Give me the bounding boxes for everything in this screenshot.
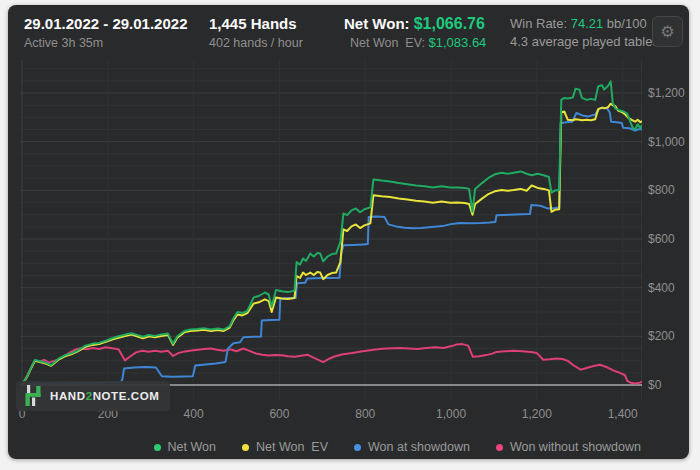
win-rate-row: Win Rate: 74.21 bb/100 xyxy=(510,15,659,33)
x-tick-label: 1,200 xyxy=(507,407,567,421)
x-tick-label: 800 xyxy=(335,407,395,421)
x-tick-label: 1,000 xyxy=(421,407,481,421)
legend-label: Net Won xyxy=(168,440,216,454)
x-tick-label: 400 xyxy=(164,407,224,421)
chart-canvas xyxy=(20,60,642,400)
win-rate-unit: bb/100 xyxy=(603,16,646,31)
active-time: Active 3h 35m xyxy=(24,34,187,52)
legend-item-won-at-showdown[interactable]: Won at showdown xyxy=(354,440,470,454)
legend-label: Won at showdown xyxy=(368,440,470,454)
wm-accent: 2 xyxy=(86,390,93,402)
legend-dot-icon xyxy=(496,444,503,451)
x-tick-label: 1,400 xyxy=(593,407,653,421)
y-tick-label: $600 xyxy=(648,232,675,246)
y-tick-label: $200 xyxy=(648,329,675,343)
series-line-net-won-ev xyxy=(22,104,642,385)
wm-pre: HAND xyxy=(50,390,86,402)
watermark: HAND2NOTE.COM xyxy=(16,381,170,411)
net-won-ev-label: Net Won EV: xyxy=(350,36,429,50)
net-won-block: Net Won: $1,066.76 Net Won EV: $1,083.64 xyxy=(344,14,486,52)
hands-block: 1,445 Hands 402 hands / hour xyxy=(209,14,303,52)
win-rate-value: 74.21 xyxy=(571,16,604,31)
net-won-label: Net Won: xyxy=(344,15,414,32)
session-graph-panel: 29.01.2022 - 29.01.2022 Active 3h 35m 1,… xyxy=(8,5,689,459)
hands-total: 1,445 Hands xyxy=(209,14,303,34)
win-rate-label: Win Rate: xyxy=(510,16,571,31)
legend-dot-icon xyxy=(354,444,361,451)
legend-dot-icon xyxy=(242,444,249,451)
y-tick-label: $1,200 xyxy=(648,86,685,100)
legend-dot-icon xyxy=(154,444,161,451)
y-tick-label: $1,000 xyxy=(648,135,685,149)
settings-button[interactable]: ⚙ xyxy=(652,16,683,47)
date-range-block: 29.01.2022 - 29.01.2022 Active 3h 35m xyxy=(24,14,187,52)
legend-label: Net Won EV xyxy=(256,440,328,454)
legend-item-net-won-ev[interactable]: Net Won EV xyxy=(242,440,328,454)
avg-tables: 4.3 average played tables xyxy=(510,33,659,51)
winnings-chart xyxy=(20,60,642,400)
date-range: 29.01.2022 - 29.01.2022 xyxy=(24,14,187,34)
net-won-row: Net Won: $1,066.76 xyxy=(344,14,486,34)
wm-post: NOTE.COM xyxy=(93,390,160,402)
net-won-ev-value: $1,083.64 xyxy=(429,35,487,50)
y-tick-label: $800 xyxy=(648,183,675,197)
series-line-won-without-showdown xyxy=(22,344,642,385)
y-tick-label: $0 xyxy=(648,378,661,392)
chart-legend: Net WonNet Won EVWon at showdownWon with… xyxy=(154,440,641,454)
legend-item-won-without-showdown[interactable]: Won without showdown xyxy=(496,440,641,454)
y-tick-label: $400 xyxy=(648,281,675,295)
series-line-won-at-showdown xyxy=(22,108,642,385)
gear-icon: ⚙ xyxy=(660,22,674,41)
hand2note-logo-icon xyxy=(23,385,43,407)
net-won-ev-row: Net Won EV: $1,083.64 xyxy=(344,34,486,52)
legend-item-net-won[interactable]: Net Won xyxy=(154,440,216,454)
hands-per-hour: 402 hands / hour xyxy=(209,34,303,52)
win-rate-block: Win Rate: 74.21 bb/100 4.3 average playe… xyxy=(510,15,659,51)
legend-label: Won without showdown xyxy=(510,440,641,454)
net-won-value: $1,066.76 xyxy=(414,15,485,32)
watermark-text: HAND2NOTE.COM xyxy=(50,390,159,402)
x-tick-label: 600 xyxy=(249,407,309,421)
